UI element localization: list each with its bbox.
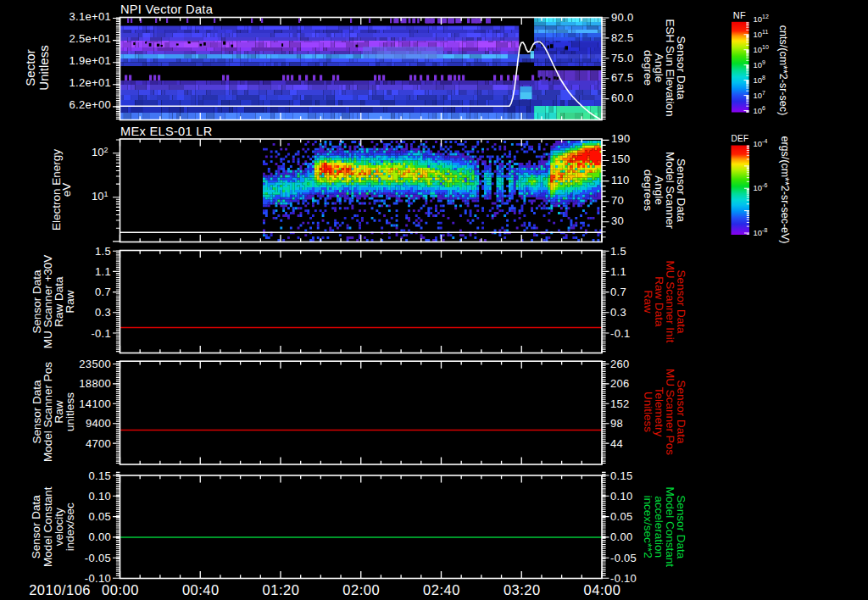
svg-text:206: 206 — [610, 377, 630, 390]
svg-text:0.10: 0.10 — [88, 490, 111, 503]
svg-text:degrees: degrees — [642, 169, 654, 211]
svg-text:ergs/(cm**2-sr-sec-eV): ergs/(cm**2-sr-sec-eV) — [779, 136, 791, 243]
svg-text:0.7: 0.7 — [95, 286, 111, 298]
svg-text:67.5: 67.5 — [611, 71, 634, 84]
svg-text:unitless: unitless — [64, 392, 76, 431]
svg-text:Raw: Raw — [642, 290, 654, 313]
svg-text:150: 150 — [611, 153, 631, 165]
svg-text:Raw: Raw — [64, 290, 76, 313]
svg-text:90.0: 90.0 — [611, 11, 634, 24]
svg-text:-0.05: -0.05 — [85, 552, 111, 564]
svg-text:60.0: 60.0 — [611, 92, 634, 104]
svg-text:0.7: 0.7 — [610, 286, 626, 298]
svg-text:00:00: 00:00 — [102, 582, 139, 597]
svg-text:Sector: Sector — [23, 49, 37, 86]
svg-text:Unitless: Unitless — [642, 392, 654, 432]
svg-text:eV: eV — [60, 183, 73, 197]
svg-text:0.15: 0.15 — [610, 469, 633, 482]
svg-text:1.1: 1.1 — [610, 265, 626, 278]
svg-text:03:20: 03:20 — [504, 582, 541, 597]
svg-text:6.2e+00: 6.2e+00 — [70, 98, 111, 111]
svg-text:23500: 23500 — [79, 358, 111, 370]
svg-text:01:20: 01:20 — [263, 582, 300, 597]
svg-text:2.5e+01: 2.5e+01 — [70, 32, 111, 45]
svg-text:incex/sec**2: incex/sec**2 — [642, 496, 654, 558]
svg-text:0.3: 0.3 — [95, 306, 111, 319]
svg-text:02:00: 02:00 — [342, 582, 380, 597]
svg-text:-0.1: -0.1 — [610, 327, 631, 340]
svg-text:-0.05: -0.05 — [610, 552, 637, 564]
svg-text:0.05: 0.05 — [610, 510, 633, 523]
svg-text:82.5: 82.5 — [611, 31, 634, 44]
svg-text:NPI Vector Data: NPI Vector Data — [120, 3, 214, 16]
svg-text:MEx ELS-01 LR: MEx ELS-01 LR — [120, 125, 213, 138]
svg-text:152: 152 — [610, 397, 630, 410]
svg-text:0.05: 0.05 — [88, 510, 111, 523]
svg-text:00:40: 00:40 — [182, 582, 220, 597]
svg-text:Unitless: Unitless — [36, 45, 51, 90]
svg-text:190: 190 — [611, 132, 631, 145]
svg-text:98: 98 — [610, 417, 623, 430]
svg-text:30: 30 — [611, 214, 624, 227]
svg-text:DEF: DEF — [732, 134, 749, 143]
svg-text:70: 70 — [611, 194, 624, 207]
svg-text:260: 260 — [610, 358, 630, 370]
svg-text:1.5: 1.5 — [610, 245, 626, 258]
svg-text:75.0: 75.0 — [611, 52, 634, 64]
svg-text:2010/106: 2010/106 — [29, 582, 91, 597]
svg-text:1.2e+01: 1.2e+01 — [70, 76, 111, 89]
svg-text:index/sec: index/sec — [64, 503, 76, 551]
svg-text:cnts/(cm**2-sr-sec): cnts/(cm**2-sr-sec) — [777, 25, 789, 115]
svg-text:110: 110 — [611, 174, 630, 186]
svg-text:-0.1: -0.1 — [91, 327, 111, 340]
svg-text:04:00: 04:00 — [584, 582, 621, 597]
svg-text:1.9e+01: 1.9e+01 — [70, 54, 111, 67]
svg-text:0.3: 0.3 — [610, 306, 626, 319]
svg-text:0.15: 0.15 — [88, 469, 111, 482]
svg-text:18800: 18800 — [79, 377, 111, 390]
svg-text:14100: 14100 — [79, 397, 111, 410]
svg-text:3.1e+01: 3.1e+01 — [70, 10, 111, 23]
svg-text:1.5: 1.5 — [95, 245, 111, 258]
svg-text:9400: 9400 — [86, 417, 111, 430]
svg-text:0.00: 0.00 — [88, 531, 111, 543]
svg-text:44: 44 — [610, 437, 623, 450]
svg-text:0.10: 0.10 — [610, 490, 633, 503]
svg-text:degree: degree — [642, 50, 654, 86]
svg-text:4700: 4700 — [86, 437, 111, 450]
svg-text:1.1: 1.1 — [95, 265, 111, 278]
svg-text:0.00: 0.00 — [610, 531, 633, 543]
svg-text:NF: NF — [733, 10, 746, 20]
svg-text:02:40: 02:40 — [423, 582, 460, 597]
